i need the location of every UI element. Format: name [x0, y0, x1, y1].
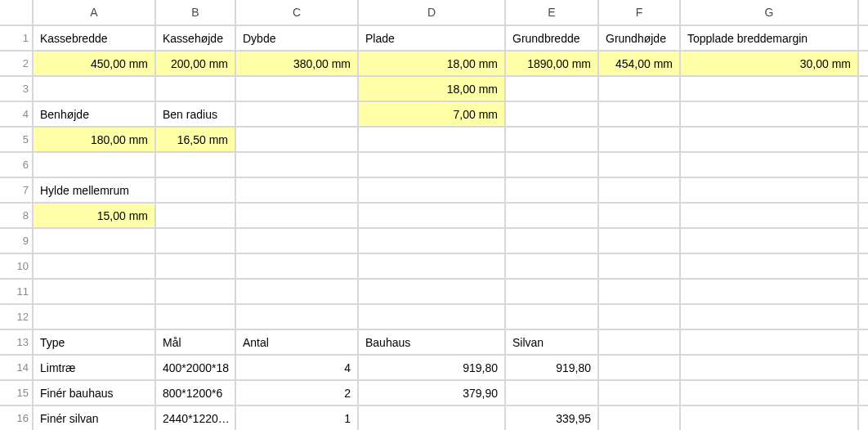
cell-d4[interactable]: 7,00 mm — [358, 101, 505, 127]
cell-overflow[interactable] — [858, 304, 868, 329]
cell-f6[interactable] — [598, 152, 680, 177]
cell-c7[interactable] — [235, 177, 358, 203]
column-header-d[interactable]: D — [358, 0, 505, 25]
cell-d7[interactable] — [358, 177, 505, 203]
cell-g7[interactable] — [680, 177, 858, 203]
cell-c5[interactable] — [235, 127, 358, 152]
cell-e7[interactable] — [505, 177, 598, 203]
cell-e9[interactable] — [505, 228, 598, 253]
cell-f11[interactable] — [598, 279, 680, 304]
cell-f12[interactable] — [598, 304, 680, 329]
cell-c10[interactable] — [235, 253, 358, 279]
cell-e8[interactable] — [505, 203, 598, 228]
cell-d5[interactable] — [358, 127, 505, 152]
cell-d11[interactable] — [358, 279, 505, 304]
cell-f13[interactable] — [598, 329, 680, 355]
cell-g10[interactable] — [680, 253, 858, 279]
cell-b11[interactable] — [155, 279, 235, 304]
cell-c13[interactable]: Antal — [235, 329, 358, 355]
cell-d2[interactable]: 18,00 mm — [358, 51, 505, 76]
cell-c12[interactable] — [235, 304, 358, 329]
cell-g15[interactable] — [680, 380, 858, 405]
cell-overflow[interactable] — [858, 203, 868, 228]
cell-c6[interactable] — [235, 152, 358, 177]
cell-c11[interactable] — [235, 279, 358, 304]
cell-overflow[interactable] — [858, 101, 868, 127]
cell-overflow[interactable] — [858, 405, 868, 430]
cell-e14[interactable]: 919,80 — [505, 355, 598, 380]
cell-a7[interactable]: Hylde mellemrum — [33, 177, 155, 203]
cell-a13[interactable]: Type — [33, 329, 155, 355]
cell-a6[interactable] — [33, 152, 155, 177]
cell-overflow[interactable] — [858, 51, 868, 76]
cell-g16[interactable] — [680, 405, 858, 430]
column-header-b[interactable]: B — [155, 0, 235, 25]
cell-g4[interactable] — [680, 101, 858, 127]
cell-f5[interactable] — [598, 127, 680, 152]
cell-d6[interactable] — [358, 152, 505, 177]
cell-a14[interactable]: Limtræ — [33, 355, 155, 380]
cell-overflow[interactable] — [858, 127, 868, 152]
cell-a12[interactable] — [33, 304, 155, 329]
cell-a4[interactable]: Benhøjde — [33, 101, 155, 127]
cell-a16[interactable]: Finér silvan — [33, 405, 155, 430]
column-header-overflow[interactable] — [858, 0, 868, 25]
cell-overflow[interactable] — [858, 329, 868, 355]
cell-g8[interactable] — [680, 203, 858, 228]
cell-overflow[interactable] — [858, 177, 868, 203]
cell-e16[interactable]: 339,95 — [505, 405, 598, 430]
cell-a5[interactable]: 180,00 mm — [33, 127, 155, 152]
cell-overflow[interactable] — [858, 25, 868, 51]
row-header[interactable]: 12 — [0, 304, 33, 329]
row-header[interactable]: 8 — [0, 203, 33, 228]
cell-a9[interactable] — [33, 228, 155, 253]
cell-b10[interactable] — [155, 253, 235, 279]
cell-f9[interactable] — [598, 228, 680, 253]
cell-g14[interactable] — [680, 355, 858, 380]
cell-e1[interactable]: Grundbredde — [505, 25, 598, 51]
cell-b5[interactable]: 16,50 mm — [155, 127, 235, 152]
row-header[interactable]: 16 — [0, 405, 33, 430]
cell-g9[interactable] — [680, 228, 858, 253]
cell-e10[interactable] — [505, 253, 598, 279]
cell-f3[interactable] — [598, 76, 680, 101]
cell-g13[interactable] — [680, 329, 858, 355]
cell-g11[interactable] — [680, 279, 858, 304]
cell-g5[interactable] — [680, 127, 858, 152]
cell-a10[interactable] — [33, 253, 155, 279]
cell-e6[interactable] — [505, 152, 598, 177]
column-header-f[interactable]: F — [598, 0, 680, 25]
cell-overflow[interactable] — [858, 279, 868, 304]
row-header[interactable]: 13 — [0, 329, 33, 355]
cell-f7[interactable] — [598, 177, 680, 203]
cell-a2[interactable]: 450,00 mm — [33, 51, 155, 76]
cell-e4[interactable] — [505, 101, 598, 127]
row-header[interactable]: 9 — [0, 228, 33, 253]
cell-e13[interactable]: Silvan — [505, 329, 598, 355]
cell-e11[interactable] — [505, 279, 598, 304]
cell-b14[interactable]: 400*2000*18 — [155, 355, 235, 380]
cell-c4[interactable] — [235, 101, 358, 127]
row-header[interactable]: 4 — [0, 101, 33, 127]
cell-a1[interactable]: Kassebredde — [33, 25, 155, 51]
cell-d16[interactable] — [358, 405, 505, 430]
column-header-g[interactable]: G — [680, 0, 858, 25]
cell-overflow[interactable] — [858, 380, 868, 405]
row-header[interactable]: 5 — [0, 127, 33, 152]
cell-d8[interactable] — [358, 203, 505, 228]
cell-b2[interactable]: 200,00 mm — [155, 51, 235, 76]
cell-a11[interactable] — [33, 279, 155, 304]
cell-c14[interactable]: 4 — [235, 355, 358, 380]
cell-b16[interactable]: 2440*1220… — [155, 405, 235, 430]
cell-overflow[interactable] — [858, 76, 868, 101]
cell-d14[interactable]: 919,80 — [358, 355, 505, 380]
cell-overflow[interactable] — [858, 355, 868, 380]
cell-d3[interactable]: 18,00 mm — [358, 76, 505, 101]
cell-a15[interactable]: Finér bauhaus — [33, 380, 155, 405]
row-header[interactable]: 10 — [0, 253, 33, 279]
cell-g2[interactable]: 30,00 mm — [680, 51, 858, 76]
cell-d15[interactable]: 379,90 — [358, 380, 505, 405]
cell-b4[interactable]: Ben radius — [155, 101, 235, 127]
row-header[interactable]: 7 — [0, 177, 33, 203]
cell-d10[interactable] — [358, 253, 505, 279]
